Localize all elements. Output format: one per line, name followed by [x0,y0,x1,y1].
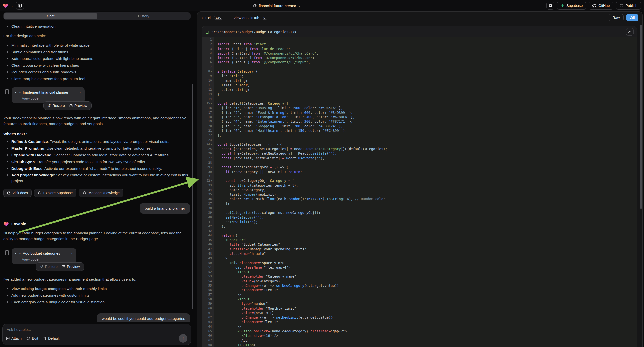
line-number: 27 [202,156,214,160]
code-line: 14 [202,96,636,101]
code-line: 28 [202,160,636,165]
fold-chevron-icon[interactable]: ∨ [210,102,212,105]
chevron-right-icon[interactable]: › [80,90,81,94]
line-number: 52 [202,270,214,274]
line-number: 18 [202,115,214,119]
fold-chevron-icon[interactable]: ∨ [210,180,212,182]
code-content: <Plus size={16} /> [214,333,636,338]
edit-button[interactable]: Edit [27,336,38,340]
chat-input[interactable] [7,327,187,332]
toggle-sidebar-button[interactable] [16,2,24,10]
quick-actions-row: Visit docs Explore Supabase Manage knowl… [4,189,190,197]
editor-scrollbar[interactable] [640,25,642,209]
line-number: 30 [202,170,214,174]
settings-button[interactable] [546,2,554,10]
version-card-2[interactable]: < > Add budget categories › View code [12,248,76,264]
chat-history-tabs: Chat History [4,12,191,20]
list-item: Soft, neutral color palette with light b… [4,56,190,62]
code-line: 39 setCategories([...categories, newCate… [202,210,636,215]
code-line: 68 </Button> [202,342,636,346]
workspace-chevron-icon[interactable]: ⌄ [11,4,14,8]
code-content: const newCategoryObj: Category = { [214,178,636,183]
tab-chat[interactable]: Chat [4,13,97,20]
visit-docs-button[interactable]: Visit docs [4,189,32,197]
message-more-button[interactable]: ··· [186,222,190,226]
line-number: 37 [202,202,214,206]
line-number: 13 [202,92,214,96]
code-line: 36 color: '#' + Math.floor(Math.random()… [202,197,636,201]
manage-knowledge-button[interactable]: Manage knowledge [79,189,124,197]
code-line: 25 const [categories, setCategories] = R… [202,146,636,151]
chevron-left-icon[interactable]: ‹ [202,15,203,20]
restore-button[interactable]: ↺ Restore [48,104,65,108]
code-content: import { Button } from '@/components/ui/… [214,56,636,60]
code-line: 9 id: string; [202,74,636,78]
code-content: limit: number; [214,83,636,87]
line-number: 54 [202,279,214,283]
line-number: 53 [202,274,214,278]
line-number: 65 [202,329,214,333]
supabase-icon [560,4,564,8]
line-number: 17 [202,110,214,115]
send-button[interactable]: ↑ [179,334,188,342]
list-item: View existing budget categories with the… [4,286,190,292]
tab-history[interactable]: History [97,13,190,20]
publish-button[interactable]: Publish [616,2,641,10]
raw-toggle-button[interactable]: Raw [609,14,623,21]
fold-chevron-icon[interactable]: ∨ [210,144,212,146]
added-summary-paragraph: I've added a new budget categories manag… [4,276,190,282]
code-content: setCategories([...categories, newCategor… [214,210,636,215]
fold-chevron-icon[interactable]: ∨ [210,166,212,168]
bookmark-icon[interactable] [5,250,9,255]
code-line: 37 }; [202,202,636,206]
chat-scrollbar[interactable] [192,84,194,310]
list-item: Clean typography with clear hierarchies [4,62,190,68]
code-line: 31 [202,174,636,178]
code-line: 12 color: string; [202,87,636,92]
supabase-button[interactable]: Supabase [557,2,586,10]
code-content: <div className="flex gap-4"> [214,265,636,270]
code-content: value={newLimit} [214,311,636,315]
code-content: import React from 'react'; [214,42,636,46]
code-line: 27 const [newLimit, setNewLimit] = React… [202,156,636,160]
line-number: 68 [202,342,214,346]
collapse-file-button[interactable] [626,28,634,36]
exit-button[interactable]: Exit [205,16,212,20]
code-line: 22]; [202,133,636,138]
file-header[interactable]: src/components/budget/BudgetCategories.t… [202,26,636,37]
version-card-1[interactable]: < > Implement financial planner › View c… [12,87,85,103]
chevron-right-icon[interactable]: › [71,251,72,256]
version-title: Add budget categories [23,251,60,256]
mode-select[interactable]: Default ⌄ [43,336,64,340]
code-content: import ChartCard from '@/components/ui/C… [214,51,636,56]
diff-toggle-button[interactable]: Diff [626,14,638,21]
restore-button[interactable]: ↺ Restore [40,264,58,268]
preview-button[interactable]: Preview [62,264,80,268]
code-line: 4import ChartCard from '@/components/ui/… [202,51,636,56]
code-line: 1 [202,37,636,42]
chat-bubble-icon [38,191,41,195]
view-code-link[interactable]: View code [22,258,72,261]
project-switcher[interactable]: financial-future-creator ⌄ [253,0,301,12]
code-content: className="flex-1" [214,320,636,324]
attach-button[interactable]: Attach [6,336,22,340]
code-content: }; [214,202,636,206]
line-number: 36 [202,197,214,201]
lovable-logo-icon[interactable] [3,3,8,8]
view-code-link[interactable]: View code [22,96,81,100]
view-on-github-button[interactable]: View on GitHub [234,16,260,20]
github-button[interactable]: GitHub [589,2,614,10]
fold-chevron-icon[interactable]: ∨ [210,70,212,73]
code-content: { id: '3', name: 'Transportation', limit… [214,115,636,119]
code-line: 11 limit: number; [202,83,636,87]
line-number: 40 [202,215,214,220]
code-line: 30 if (!newCategory || !newLimit) return… [202,170,636,174]
preview-button[interactable]: Preview [70,104,88,108]
bookmark-icon[interactable] [5,89,9,94]
code-content [214,96,636,101]
chat-panel: Chat History Clean, intuitive navigation… [0,12,194,347]
code-line: 47 subtitle="Manage your spending limits… [202,247,636,252]
explore-supabase-button[interactable]: Explore Supabase [34,189,77,197]
code-line: 54 value={newCategory} [202,279,636,283]
code-content: import { Plus } from 'lucide-react'; [214,46,636,51]
